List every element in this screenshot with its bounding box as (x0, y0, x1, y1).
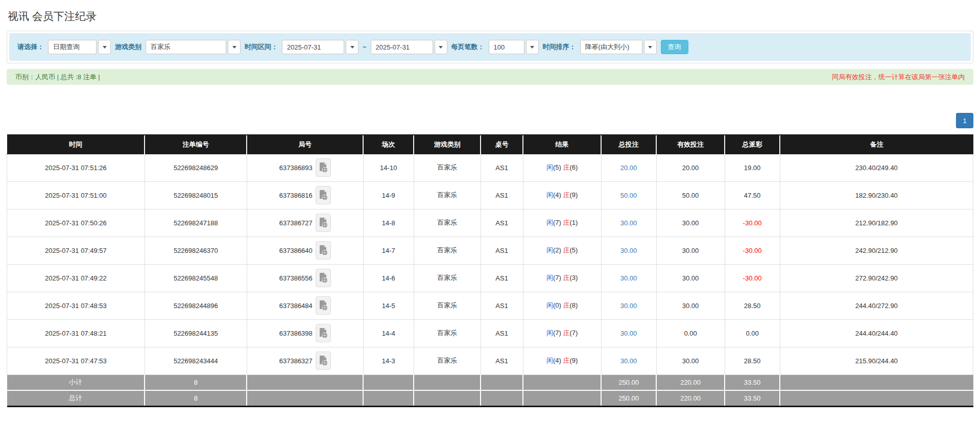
total-bet-link[interactable]: 30.00 (620, 302, 637, 310)
per-page-label: 每页笔数： (451, 42, 485, 52)
video-record-button[interactable] (316, 214, 331, 232)
banker-result-value: (8) (569, 301, 578, 309)
time-cell: 2025-07-31 07:48:53 (7, 292, 145, 319)
chevron-down-icon[interactable] (228, 40, 241, 54)
search-button[interactable]: 查询 (661, 40, 688, 54)
player-result-label: 闲 (546, 274, 553, 282)
banker-result-value: (5) (569, 246, 578, 254)
subtotal-total-bet: 250.00 (601, 374, 656, 390)
valid-bet-cell: 30.00 (656, 209, 725, 237)
summary-bar: 币别：人民币 | 总共 :8 注单 | 同局有效投注，统一计算在该局第一张注单内 (7, 69, 973, 85)
payout-cell: -30.00 (725, 237, 780, 264)
chevron-down-icon[interactable] (435, 40, 447, 54)
total-bet-link[interactable]: 30.00 (620, 330, 637, 337)
player-result-value: (7) (553, 329, 561, 337)
sort-label: 时间排序： (543, 42, 576, 52)
chevron-down-icon[interactable] (526, 40, 539, 54)
filter-bar: 请选择： 日期查询 游戏类别 百家乐 时间区间： 2025-07-31 ~ 20… (9, 33, 971, 61)
video-record-button[interactable] (316, 241, 331, 260)
sort-value[interactable]: 降幂(由大到小) (580, 40, 642, 54)
round-no-value: 637386893 (279, 164, 313, 172)
payout-cell: 0.00 (725, 319, 780, 347)
total-count: 8 (145, 390, 247, 406)
payout-cell: -30.00 (725, 264, 780, 292)
date-to-value[interactable]: 2025-07-31 (371, 40, 433, 54)
chevron-down-icon[interactable] (644, 40, 657, 54)
video-record-button[interactable] (316, 158, 331, 177)
player-result-label: 闲 (546, 246, 553, 254)
video-record-button[interactable] (316, 324, 331, 342)
note-cell: 182.90/230.40 (780, 181, 973, 209)
bet-no-cell: 522698248015 (145, 181, 247, 209)
result-cell: 闲(4) 庄(9) (523, 347, 601, 374)
round-no-value: 637386327 (279, 357, 313, 365)
video-record-icon (319, 300, 328, 311)
session-cell: 14-4 (363, 319, 414, 347)
query-type-select[interactable]: 日期查询 (48, 40, 111, 54)
sort-select[interactable]: 降幂(由大到小) (580, 40, 657, 54)
session-cell: 14-6 (363, 264, 414, 292)
range-separator: ~ (363, 43, 367, 51)
video-record-icon (319, 245, 328, 256)
per-page-select[interactable]: 100 (489, 40, 539, 54)
banker-result-value: (3) (569, 274, 578, 282)
video-record-icon (319, 162, 328, 173)
time-cell: 2025-07-31 07:47:53 (7, 347, 145, 374)
total-bet-link[interactable]: 50.00 (620, 192, 637, 199)
player-result-label: 闲 (546, 219, 553, 226)
video-record-icon (319, 355, 328, 366)
player-result-label: 闲 (546, 329, 553, 337)
chevron-down-icon[interactable] (98, 40, 111, 54)
video-record-button[interactable] (316, 186, 331, 204)
session-cell: 14-8 (363, 209, 414, 237)
player-result-value: (7) (553, 219, 561, 226)
video-record-button[interactable] (316, 269, 331, 287)
time-cell: 2025-07-31 07:49:22 (7, 264, 145, 292)
banker-result-value: (7) (569, 329, 578, 337)
video-record-icon (319, 272, 328, 284)
video-record-button[interactable] (316, 296, 331, 315)
total-bet-link[interactable]: 30.00 (620, 247, 637, 254)
table-no-cell: AS1 (481, 237, 523, 264)
subtotal-valid-bet: 220.00 (656, 374, 725, 390)
time-cell: 2025-07-31 07:51:26 (7, 154, 145, 181)
game-type-cell: 百家乐 (414, 237, 481, 264)
time-range-label: 时间区间： (245, 42, 278, 52)
valid-bet-cell: 50.00 (656, 181, 725, 209)
banker-result-label: 庄 (563, 191, 569, 199)
round-no-cell: 637386727 (247, 209, 363, 237)
date-from-value[interactable]: 2025-07-31 (282, 40, 344, 54)
game-type-cell: 百家乐 (414, 319, 481, 347)
game-type-cell: 百家乐 (414, 154, 481, 181)
date-to-select[interactable]: 2025-07-31 (371, 40, 447, 54)
payout-cell: 28.50 (725, 292, 780, 319)
table-header: 时间 注单编号 局号 场次 游戏类别 桌号 结果 总投注 有效投注 总派彩 备注 (7, 135, 973, 154)
video-record-button[interactable] (316, 351, 331, 370)
player-result-label: 闲 (546, 301, 553, 309)
player-result-label: 闲 (546, 191, 553, 199)
table-body: 2025-07-31 07:51:26 522698248629 6373868… (7, 154, 973, 374)
total-bet-link[interactable]: 20.00 (620, 164, 637, 172)
note-cell: 212.90/182.90 (780, 209, 973, 237)
payout-cell: -30.00 (725, 209, 780, 237)
chevron-down-icon[interactable] (346, 40, 358, 54)
pagination: 1 (7, 113, 973, 128)
round-no-value: 637386816 (279, 192, 313, 199)
game-type-select[interactable]: 百家乐 (146, 40, 241, 54)
query-type-value[interactable]: 日期查询 (48, 40, 97, 54)
table-row: 2025-07-31 07:48:53 522698244896 6373864… (7, 292, 973, 319)
banker-result-label: 庄 (563, 301, 569, 309)
result-cell: 闲(7) 庄(3) (523, 264, 601, 292)
game-type-cell: 百家乐 (414, 209, 481, 237)
total-bet-link[interactable]: 30.00 (620, 274, 637, 282)
round-no-value: 637386398 (279, 330, 313, 337)
total-bet-link[interactable]: 30.00 (620, 357, 637, 365)
game-type-value[interactable]: 百家乐 (146, 40, 226, 54)
date-from-select[interactable]: 2025-07-31 (282, 40, 358, 54)
bet-no-cell: 522698248629 (145, 154, 247, 181)
per-page-value[interactable]: 100 (489, 40, 524, 54)
total-bet-link[interactable]: 30.00 (620, 219, 637, 227)
page: 视讯 会员下注纪录 请选择： 日期查询 游戏类别 百家乐 时间区间： 2025-… (0, 0, 980, 407)
session-cell: 14-9 (363, 181, 414, 209)
page-1-button[interactable]: 1 (956, 113, 973, 128)
